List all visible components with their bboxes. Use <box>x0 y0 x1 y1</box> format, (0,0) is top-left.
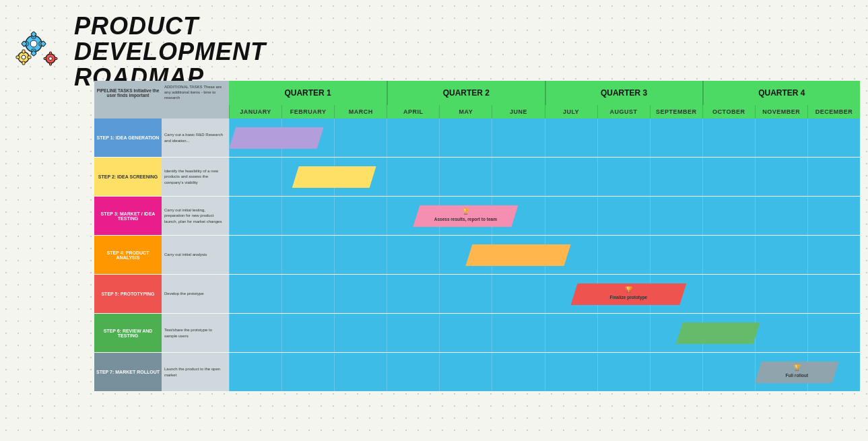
month-may: MAY <box>439 105 492 118</box>
step-label: STEP 6: REVIEW AND TESTING <box>94 314 162 352</box>
month-oct: OCTOBER <box>702 105 755 118</box>
month-mar: MARCH <box>334 105 387 118</box>
header: PRODUCT DEVELOPMENT ROADMAP <box>13 13 266 90</box>
desc-column-header: ADDITIONAL TASKS These are any additiona… <box>162 81 229 105</box>
timeline-cell <box>229 118 860 157</box>
timeline-bar <box>676 323 760 344</box>
timeline-cell <box>229 236 860 274</box>
timeline-bar <box>465 244 570 266</box>
month-sep: SEPTEMBER <box>650 105 702 118</box>
table-row: STEP 5: PROTOTYPINGDevelop the prototype… <box>94 275 860 314</box>
step-label: STEP 2: IDEA SCREENING <box>94 158 162 196</box>
roadmap-table: PIPELINE TASKS Initiative the user finds… <box>94 81 860 436</box>
timeline-bar: 🏆Full rollout <box>755 362 839 383</box>
month-jan: JANUARY <box>229 105 281 118</box>
month-jun: JUNE <box>492 105 544 118</box>
month-jul: JULY <box>545 105 597 118</box>
timeline-bar: 🏆Finalize prototype <box>571 283 687 305</box>
svg-rect-19 <box>50 63 52 65</box>
timeline-bar: 🏆Assess results, report to team <box>413 205 518 227</box>
svg-point-17 <box>49 57 53 60</box>
svg-rect-13 <box>22 61 25 65</box>
table-row: STEP 4: PRODUCT ANALYSISCarry out initia… <box>94 236 860 275</box>
step-label: STEP 3: MARKET / IDEA TESTING <box>94 197 162 235</box>
timeline-cell: 🏆Assess results, report to team <box>229 197 860 235</box>
month-nov: NOVEMBER <box>755 105 807 118</box>
timeline-cell: 🏆Full rollout <box>229 353 860 391</box>
step-column-header: PIPELINE TASKS Initiative the user finds… <box>94 81 162 105</box>
timeline-cell: 🏆Finalize prototype <box>229 275 860 313</box>
timeline-bar <box>292 166 376 188</box>
svg-point-1 <box>30 40 37 47</box>
table-row: STEP 1: IDEA GENERATIONCarry out a basic… <box>94 118 860 158</box>
table-row: STEP 7: MARKET ROLLOUTLaunch the product… <box>94 353 860 392</box>
timeline-bar <box>229 127 324 149</box>
quarter1-header: QUARTER 1 <box>229 81 387 105</box>
svg-rect-14 <box>16 56 20 59</box>
quarter4-header: QUARTER 4 <box>702 81 860 105</box>
step-desc: Carry out a basic R&D Research and ideat… <box>162 118 229 157</box>
step-desc: Carry out initial testing, preparation f… <box>162 197 229 235</box>
page-title: PRODUCT DEVELOPMENT ROADMAP <box>74 13 266 90</box>
quarter2-header: QUARTER 2 <box>387 81 544 105</box>
month-apr: APRIL <box>387 105 439 118</box>
svg-rect-18 <box>50 52 52 55</box>
quarter3-header: QUARTER 3 <box>545 81 702 105</box>
svg-rect-15 <box>28 56 31 59</box>
svg-rect-21 <box>55 57 57 59</box>
timeline-cell <box>229 158 860 196</box>
quarters-header: QUARTER 1 QUARTER 2 QUARTER 3 QUARTER 4 <box>229 81 860 105</box>
step-desc: Test/share the prototype to sample users <box>162 314 229 352</box>
svg-point-11 <box>22 55 26 59</box>
rows-container: STEP 1: IDEA GENERATIONCarry out a basic… <box>94 118 860 392</box>
svg-rect-12 <box>22 50 25 53</box>
month-aug: AUGUST <box>597 105 650 118</box>
table-row: STEP 2: IDEA SCREENINGIdentify the feasi… <box>94 158 860 197</box>
gear-logo <box>13 24 67 80</box>
step-desc: Identify the feasibility of a new produc… <box>162 158 229 196</box>
step-label: STEP 1: IDEA GENERATION <box>94 118 162 157</box>
svg-rect-20 <box>44 57 46 59</box>
step-label: STEP 4: PRODUCT ANALYSIS <box>94 236 162 274</box>
month-feb: FEBRUARY <box>281 105 334 118</box>
step-desc: Carry out initial analysis <box>162 236 229 274</box>
months-header: JANUARY FEBRUARY MARCH APRIL MAY JUNE JU… <box>229 105 860 118</box>
table-row: STEP 3: MARKET / IDEA TESTINGCarry out i… <box>94 197 860 236</box>
step-label: STEP 7: MARKET ROLLOUT <box>94 353 162 391</box>
step-desc: Launch the product to the open market <box>162 353 229 391</box>
table-row: STEP 6: REVIEW AND TESTINGTest/share the… <box>94 314 860 353</box>
month-dec: DECEMBER <box>807 105 860 118</box>
step-label: STEP 5: PROTOTYPING <box>94 275 162 313</box>
timeline-cell <box>229 314 860 352</box>
step-desc: Develop the prototype <box>162 275 229 313</box>
